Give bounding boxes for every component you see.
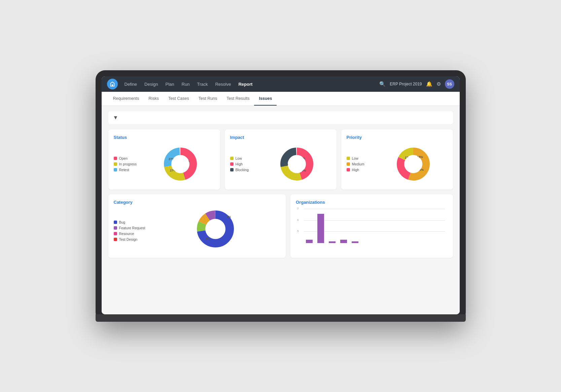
svg-point-21	[405, 155, 422, 173]
category-legend: Bug Feature Request Resource	[114, 220, 145, 241]
status-donut-container: 45% 27% 27%	[146, 144, 215, 184]
bar-3	[329, 241, 336, 243]
bar-2	[317, 214, 324, 243]
legend-retest-label: Retest	[119, 168, 129, 172]
priority-donut-container: 55% 27% 18%	[379, 144, 448, 184]
legend-low-impact: Low	[230, 156, 257, 160]
tab-test-results[interactable]: Test Results	[222, 92, 254, 106]
status-chart-title: Status	[114, 135, 215, 140]
legend-blocking-label: Blocking	[236, 168, 249, 172]
legend-blocking-impact: Blocking	[230, 168, 257, 172]
impact-legend: Low High Blocking	[230, 156, 257, 172]
legend-priority-low-label: Low	[352, 156, 358, 160]
category-donut-container: 9% 9%	[151, 209, 280, 252]
legend-high-impact: High	[230, 162, 257, 166]
impact-donut-container: 45% 27% 27%	[262, 144, 331, 184]
status-legend: Open In progress Retest	[114, 156, 141, 172]
legend-priority-medium-label: Medium	[352, 162, 364, 166]
filter-bar: ▼	[108, 111, 453, 124]
svg-point-14	[288, 155, 306, 173]
priority-legend: Low Medium High	[347, 156, 374, 172]
impact-chart-title: Impact	[230, 135, 331, 140]
category-chart-card: Category Bug Feature Request	[108, 194, 286, 258]
legend-retest-dot	[114, 168, 117, 171]
legend-resource: Resource	[114, 232, 145, 236]
nav-run[interactable]: Run	[181, 80, 190, 88]
y-label-7: 7	[297, 207, 299, 210]
bar-4	[340, 240, 347, 243]
filter-icon[interactable]: ▼	[113, 115, 118, 121]
legend-retest: Retest	[114, 168, 141, 172]
project-name: ERP Project 2019	[390, 82, 422, 86]
tab-test-runs[interactable]: Test Runs	[194, 92, 222, 106]
legend-resource-label: Resource	[119, 232, 134, 236]
tab-risks[interactable]: Risks	[144, 92, 164, 106]
y-label-6: 6	[297, 219, 299, 222]
impact-chart-body: Low High Blocking	[230, 144, 331, 184]
bar-1	[306, 240, 313, 243]
nav-items: Define Design Plan Run Track Resolve Rep…	[124, 80, 380, 88]
legend-open-label: Open	[119, 156, 128, 160]
nav-design[interactable]: Design	[144, 80, 159, 88]
tab-test-cases[interactable]: Test Cases	[164, 92, 194, 106]
legend-testdesign-label: Test Design	[119, 237, 138, 241]
svg-point-7	[172, 155, 189, 173]
nav-track[interactable]: Track	[196, 80, 208, 88]
svg-text:9%: 9%	[226, 215, 231, 219]
legend-feature-label: Feature Request	[119, 226, 145, 230]
legend-inprogress: In progress	[114, 162, 141, 166]
top-charts-row: Status Open In progress	[108, 129, 453, 190]
logo[interactable]	[107, 79, 118, 89]
legend-priority-medium-dot	[347, 162, 350, 166]
status-chart-card: Status Open In progress	[108, 129, 220, 190]
legend-inprogress-label: In progress	[119, 162, 137, 166]
organizations-chart-card: Organizations 7 6 5	[290, 194, 453, 258]
legend-priority-high-dot	[347, 168, 350, 171]
legend-feature: Feature Request	[114, 226, 145, 230]
settings-icon[interactable]: ⚙	[436, 81, 441, 87]
legend-low-priority: Low	[347, 156, 374, 160]
legend-bug-dot	[114, 221, 117, 224]
legend-medium-priority: Medium	[347, 162, 374, 166]
legend-testdesign: Test Design	[114, 237, 145, 241]
laptop-base	[96, 314, 466, 322]
category-chart-title: Category	[114, 200, 281, 205]
legend-bug: Bug	[114, 220, 145, 224]
priority-chart-card: Priority Low Medium	[341, 129, 453, 190]
content-area: ▼ Status Open	[102, 106, 460, 314]
avatar[interactable]: SS	[445, 79, 454, 89]
nav-resolve[interactable]: Resolve	[214, 80, 232, 88]
bar-5	[352, 241, 358, 243]
tab-issues[interactable]: Issues	[254, 92, 277, 106]
svg-text:9%: 9%	[206, 237, 210, 240]
tab-requirements[interactable]: Requirements	[108, 92, 144, 106]
legend-priority-high-label: High	[352, 168, 359, 172]
search-icon[interactable]: 🔍	[379, 81, 386, 87]
status-chart-body: Open In progress Retest	[114, 144, 215, 184]
legend-priority-low-dot	[347, 157, 350, 160]
notification-icon[interactable]: 🔔	[426, 81, 432, 87]
legend-open-dot	[114, 157, 117, 160]
legend-high-label: High	[236, 162, 243, 166]
nav-report[interactable]: Report	[238, 80, 253, 88]
priority-chart-body: Low Medium High	[347, 144, 448, 184]
svg-rect-0	[112, 84, 113, 86]
nav-define[interactable]: Define	[124, 80, 138, 88]
legend-open: Open	[114, 156, 141, 160]
tabs-bar: Requirements Risks Test Cases Test Runs …	[102, 92, 460, 106]
organizations-chart-title: Organizations	[296, 200, 447, 205]
bottom-charts-row: Category Bug Feature Request	[108, 194, 453, 258]
nav-plan[interactable]: Plan	[165, 80, 175, 88]
category-chart-body: Bug Feature Request Resource	[114, 209, 281, 252]
priority-chart-title: Priority	[347, 135, 448, 140]
legend-low-label: Low	[236, 156, 242, 160]
legend-inprogress-dot	[114, 162, 117, 166]
legend-bug-label: Bug	[119, 220, 126, 224]
bars-container	[306, 209, 445, 243]
navbar: Define Design Plan Run Track Resolve Rep…	[102, 76, 460, 92]
legend-resource-dot	[114, 232, 117, 235]
y-label-5: 5	[297, 230, 299, 233]
legend-blocking-dot	[230, 168, 234, 171]
org-chart-area: 7 6 5	[296, 209, 447, 249]
svg-point-28	[205, 219, 225, 239]
